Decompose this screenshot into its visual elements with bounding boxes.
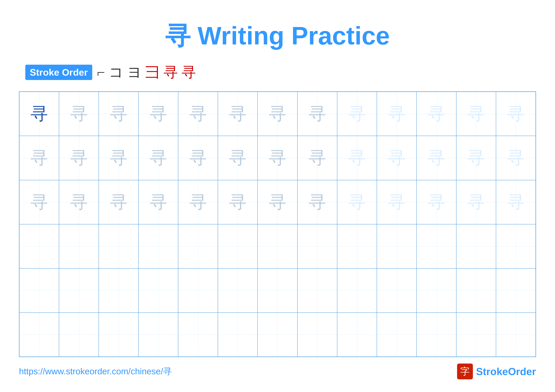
cell-character: 寻 xyxy=(308,102,326,126)
grid-cell[interactable] xyxy=(456,224,496,268)
grid-cell[interactable]: 寻 xyxy=(218,136,258,180)
grid-cell[interactable]: 寻 xyxy=(377,136,416,180)
grid-cell[interactable]: 寻 xyxy=(416,136,456,180)
grid-cell[interactable] xyxy=(416,313,456,357)
grid-cell[interactable]: 寻 xyxy=(19,92,59,136)
grid-cell[interactable] xyxy=(178,313,218,357)
grid-cell[interactable] xyxy=(456,268,496,313)
grid-cell[interactable]: 寻 xyxy=(337,180,377,224)
cell-character: 寻 xyxy=(30,146,48,170)
grid-cell[interactable] xyxy=(377,313,416,357)
grid-cell[interactable]: 寻 xyxy=(416,92,456,136)
grid-cell[interactable]: 寻 xyxy=(19,180,59,224)
grid-cell[interactable] xyxy=(496,268,536,313)
grid-cell[interactable]: 寻 xyxy=(456,180,496,224)
grid-cell[interactable]: 寻 xyxy=(59,92,99,136)
cell-character: 寻 xyxy=(308,146,326,170)
grid-cell[interactable] xyxy=(139,224,178,268)
grid-cell[interactable]: 寻 xyxy=(139,136,178,180)
grid-cell[interactable] xyxy=(377,224,416,268)
cell-character: 寻 xyxy=(229,102,247,126)
grid-cell[interactable]: 寻 xyxy=(496,136,536,180)
grid-cell[interactable]: 寻 xyxy=(416,180,456,224)
grid-cell[interactable]: 寻 xyxy=(496,92,536,136)
grid-cell[interactable]: 寻 xyxy=(258,180,297,224)
grid-cell[interactable] xyxy=(416,268,456,313)
grid-cell[interactable] xyxy=(496,313,536,357)
grid-cell[interactable]: 寻 xyxy=(19,136,59,180)
cell-character: 寻 xyxy=(70,102,88,126)
grid-cell[interactable]: 寻 xyxy=(377,180,416,224)
grid-cell[interactable]: 寻 xyxy=(139,92,178,136)
grid-cell[interactable] xyxy=(297,268,337,313)
grid-cell[interactable]: 寻 xyxy=(99,180,139,224)
grid-cell[interactable]: 寻 xyxy=(178,136,218,180)
grid-cell[interactable] xyxy=(258,268,297,313)
grid-cell[interactable]: 寻 xyxy=(337,136,377,180)
grid-cell[interactable] xyxy=(416,224,456,268)
grid-cell[interactable] xyxy=(178,224,218,268)
grid-cell[interactable]: 寻 xyxy=(337,92,377,136)
grid-cell[interactable] xyxy=(337,268,377,313)
grid-cell[interactable] xyxy=(297,224,337,268)
cell-character: 寻 xyxy=(467,102,485,126)
grid-cell[interactable] xyxy=(99,224,139,268)
grid-cell[interactable]: 寻 xyxy=(258,136,297,180)
grid-cell[interactable] xyxy=(297,313,337,357)
grid-cell[interactable]: 寻 xyxy=(258,92,297,136)
grid-cell[interactable] xyxy=(178,268,218,313)
cell-character: 寻 xyxy=(428,190,445,214)
grid-cell[interactable] xyxy=(218,268,258,313)
grid-cell[interactable] xyxy=(139,313,178,357)
grid-cell[interactable] xyxy=(59,224,99,268)
grid-cell[interactable]: 寻 xyxy=(297,180,337,224)
footer-logo: 字 StrokeOrder xyxy=(457,363,536,379)
grid-cell[interactable] xyxy=(218,224,258,268)
cell-character: 寻 xyxy=(150,146,167,170)
grid-cell[interactable] xyxy=(59,268,99,313)
cell-character: 寻 xyxy=(507,146,525,170)
cell-character: 寻 xyxy=(70,146,88,170)
grid-cell[interactable]: 寻 xyxy=(59,180,99,224)
grid-cell[interactable] xyxy=(19,268,59,313)
grid-cell[interactable] xyxy=(59,313,99,357)
grid-cell[interactable]: 寻 xyxy=(377,92,416,136)
cell-character: 寻 xyxy=(70,190,88,214)
grid-cell[interactable] xyxy=(19,313,59,357)
grid-cell[interactable]: 寻 xyxy=(139,180,178,224)
cell-character: 寻 xyxy=(467,146,485,170)
grid-cell[interactable]: 寻 xyxy=(59,136,99,180)
grid-cell[interactable]: 寻 xyxy=(456,136,496,180)
grid-cell[interactable]: 寻 xyxy=(218,180,258,224)
grid-cell[interactable] xyxy=(456,313,496,357)
grid-cell[interactable]: 寻 xyxy=(496,180,536,224)
grid-cell[interactable]: 寻 xyxy=(218,92,258,136)
grid-cell[interactable] xyxy=(139,268,178,313)
grid-cell[interactable]: 寻 xyxy=(178,92,218,136)
grid-cell[interactable] xyxy=(258,313,297,357)
grid-cell[interactable]: 寻 xyxy=(297,92,337,136)
cell-character: 寻 xyxy=(110,146,127,170)
grid-cell[interactable]: 寻 xyxy=(178,180,218,224)
cell-character: 寻 xyxy=(269,102,286,126)
grid-cell[interactable] xyxy=(258,224,297,268)
grid-cell[interactable] xyxy=(337,224,377,268)
cell-character: 寻 xyxy=(150,190,167,214)
grid-cell[interactable] xyxy=(218,313,258,357)
grid-cell[interactable] xyxy=(496,224,536,268)
grid-cell[interactable] xyxy=(99,268,139,313)
cell-character: 寻 xyxy=(388,190,405,214)
cell-character: 寻 xyxy=(110,190,127,214)
grid-cell[interactable]: 寻 xyxy=(297,136,337,180)
grid-cell[interactable]: 寻 xyxy=(456,92,496,136)
grid-cell[interactable] xyxy=(19,224,59,268)
stroke-1: ⌐ xyxy=(97,64,105,80)
cell-character: 寻 xyxy=(467,190,485,214)
grid-cell[interactable]: 寻 xyxy=(99,136,139,180)
stroke-chars: ⌐ コ ヨ 彐 寻 寻 xyxy=(97,63,196,82)
grid-cell[interactable] xyxy=(337,313,377,357)
grid-cell[interactable] xyxy=(377,268,416,313)
footer-url[interactable]: https://www.strokeorder.com/chinese/寻 xyxy=(19,366,172,377)
grid-cell[interactable] xyxy=(99,313,139,357)
grid-cell[interactable]: 寻 xyxy=(99,92,139,136)
